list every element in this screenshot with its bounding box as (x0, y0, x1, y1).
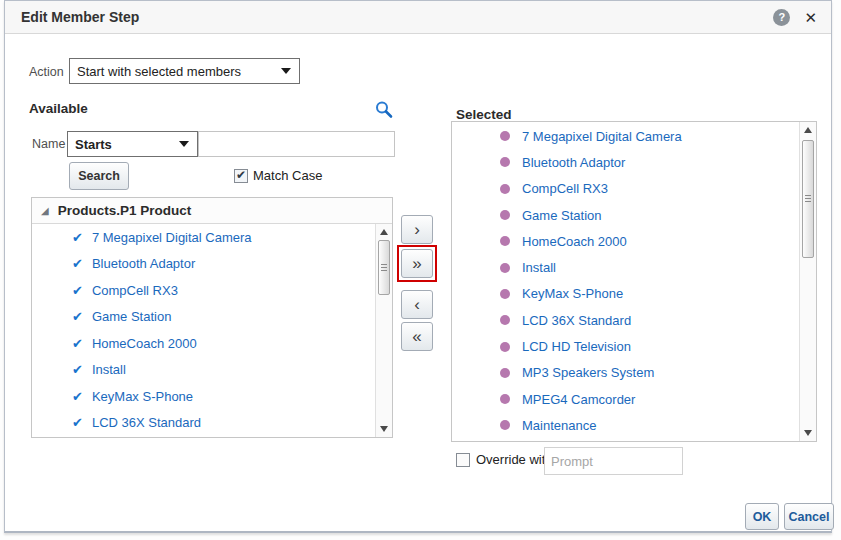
selected-item[interactable]: MPEG4 Camcorder (452, 386, 816, 412)
scrollbar-thumb[interactable] (802, 140, 814, 258)
selected-item[interactable]: Game Station (452, 202, 816, 228)
available-item[interactable]: ✔ KeyMax S-Phone (32, 383, 392, 410)
dialog-titlebar: Edit Member Step ? ✕ (5, 1, 831, 34)
available-item-label: Bluetooth Adaptor (92, 256, 195, 271)
match-case-label: Match Case (253, 168, 322, 183)
move-all-button[interactable]: » (401, 249, 433, 278)
bullet-icon (500, 263, 510, 273)
available-scrollbar[interactable] (375, 224, 392, 437)
selected-item-label: LCD HD Television (522, 339, 631, 354)
available-item-label: HomeCoach 2000 (92, 336, 197, 351)
available-item[interactable]: ✔ 7 Megapixel Digital Camera (32, 224, 392, 251)
available-item-label: LCD 36X Standard (92, 415, 201, 430)
selected-item[interactable]: MP3 Speakers System (452, 360, 816, 386)
name-label: Name (32, 137, 65, 151)
checkmark-icon: ✔ (72, 337, 83, 350)
checkmark-icon: ✔ (72, 416, 83, 429)
selected-item-label: Maintenance (522, 418, 596, 433)
override-prompt-input[interactable] (544, 447, 683, 475)
available-item-label: 7 Megapixel Digital Camera (92, 230, 252, 245)
available-item-label: CompCell RX3 (92, 283, 178, 298)
name-filter-input[interactable] (198, 131, 395, 157)
name-match-mode-value: Starts (75, 137, 112, 152)
selected-item[interactable]: LCD HD Television (452, 333, 816, 359)
selected-item-label: CompCell RX3 (522, 181, 608, 196)
search-button[interactable]: Search (69, 162, 129, 190)
scroll-down-icon[interactable] (380, 426, 388, 432)
selected-item-label: 7 Megapixel Digital Camera (522, 129, 682, 144)
name-match-mode-select[interactable]: Starts (67, 131, 198, 157)
checkmark-icon: ✔ (72, 257, 83, 270)
available-header: Available (29, 101, 88, 116)
selected-item-label: LCD 36X Standard (522, 313, 631, 328)
selected-item[interactable]: Install (452, 254, 816, 280)
available-item[interactable]: ✔ Game Station (32, 304, 392, 331)
selected-item[interactable]: Bluetooth Adaptor (452, 149, 816, 175)
checkmark-icon: ✔ (72, 363, 83, 376)
selected-item[interactable]: 7 Megapixel Digital Camera (452, 123, 816, 149)
bullet-icon (500, 289, 510, 299)
bullet-icon (500, 315, 510, 325)
bullet-icon (500, 368, 510, 378)
collapse-triangle-icon[interactable]: ◢ (41, 206, 49, 216)
bullet-icon (500, 236, 510, 246)
selected-item-label: Bluetooth Adaptor (522, 155, 625, 170)
action-select[interactable]: Start with selected members (69, 58, 300, 84)
search-icon[interactable] (374, 100, 394, 120)
selected-header: Selected (456, 107, 512, 122)
tree-root-row[interactable]: ◢ Products.P1 Product (32, 198, 392, 224)
edit-member-step-dialog: Edit Member Step ? ✕ Action Start with s… (4, 0, 832, 533)
bullet-icon (500, 210, 510, 220)
bullet-icon (500, 157, 510, 167)
remove-button[interactable]: ‹ (401, 290, 433, 319)
available-item[interactable]: ✔ Install (32, 357, 392, 384)
ok-button[interactable]: OK (745, 503, 779, 530)
selected-item[interactable]: HomeCoach 2000 (452, 228, 816, 254)
action-select-value: Start with selected members (77, 64, 241, 79)
selected-items: 7 Megapixel Digital Camera Bluetooth Ada… (452, 123, 816, 440)
scrollbar-thumb[interactable] (378, 240, 390, 295)
override-with-checkbox[interactable] (456, 453, 470, 467)
bullet-icon (500, 131, 510, 141)
available-item-label: Game Station (92, 309, 172, 324)
move-button[interactable]: › (401, 215, 433, 244)
checkmark-icon: ✔ (72, 284, 83, 297)
available-item[interactable]: ✔ HomeCoach 2000 (32, 330, 392, 357)
selected-item[interactable]: LCD 36X Standard (452, 307, 816, 333)
checkmark-icon: ✔ (72, 231, 83, 244)
available-item[interactable]: ✔ Bluetooth Adaptor (32, 251, 392, 278)
checkmark-icon: ✔ (72, 390, 83, 403)
selected-item-label: MP3 Speakers System (522, 365, 654, 380)
selected-item[interactable]: CompCell RX3 (452, 176, 816, 202)
selected-scrollbar[interactable] (799, 122, 816, 441)
available-items: ✔ 7 Megapixel Digital Camera ✔ Bluetooth… (32, 224, 392, 437)
selected-item-label: Install (522, 260, 556, 275)
available-item[interactable]: ✔ CompCell RX3 (32, 277, 392, 304)
bullet-icon (500, 394, 510, 404)
selected-item-label: HomeCoach 2000 (522, 234, 627, 249)
tree-root-label: Products.P1 Product (58, 203, 192, 218)
scroll-down-icon[interactable] (804, 430, 812, 436)
available-item[interactable]: ✔ LCD 36X Standard (32, 410, 392, 437)
selected-item-label: KeyMax S-Phone (522, 286, 623, 301)
selected-item-label: Game Station (522, 208, 602, 223)
selected-list-box: 7 Megapixel Digital Camera Bluetooth Ada… (451, 121, 817, 442)
help-icon[interactable]: ? (773, 9, 790, 26)
selected-item[interactable]: Maintenance (452, 412, 816, 438)
scroll-up-icon[interactable] (804, 127, 812, 133)
chevron-down-icon (281, 68, 291, 74)
bullet-icon (500, 342, 510, 352)
available-item-label: KeyMax S-Phone (92, 389, 193, 404)
checkmark-icon: ✔ (72, 310, 83, 323)
bullet-icon (500, 420, 510, 430)
selected-item[interactable]: KeyMax S-Phone (452, 281, 816, 307)
dialog-title: Edit Member Step (5, 9, 139, 25)
remove-all-button[interactable]: « (401, 322, 433, 351)
override-with-label: Override with (476, 452, 553, 467)
close-icon[interactable]: ✕ (804, 10, 817, 25)
scroll-up-icon[interactable] (380, 229, 388, 235)
match-case-checkbox[interactable] (234, 169, 248, 183)
bullet-icon (500, 184, 510, 194)
cancel-button[interactable]: Cancel (784, 503, 834, 530)
available-list-box: ◢ Products.P1 Product ✔ 7 Megapixel Digi… (31, 197, 393, 438)
